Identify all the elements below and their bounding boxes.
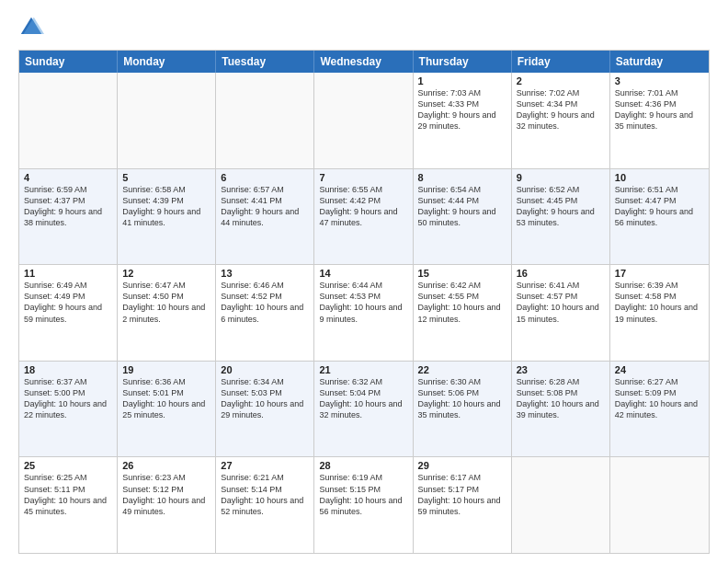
day-number: 9: [517, 172, 605, 183]
cal-cell: [19, 73, 118, 168]
day-number: 5: [122, 172, 210, 183]
cal-cell: 11Sunrise: 6:49 AM Sunset: 4:49 PM Dayli…: [19, 265, 118, 361]
cal-cell: 15Sunrise: 6:42 AM Sunset: 4:55 PM Dayli…: [414, 265, 512, 361]
day-number: 6: [221, 172, 309, 183]
day-number: 1: [418, 75, 506, 86]
day-info: Sunrise: 7:01 AM Sunset: 4:36 PM Dayligh…: [615, 87, 704, 132]
calendar-header: SundayMondayTuesdayWednesdayThursdayFrid…: [19, 51, 709, 73]
day-info: Sunrise: 6:39 AM Sunset: 4:58 PM Dayligh…: [615, 280, 704, 325]
day-number: 22: [418, 364, 506, 375]
day-number: 16: [517, 268, 605, 279]
day-info: Sunrise: 6:42 AM Sunset: 4:55 PM Dayligh…: [418, 280, 506, 325]
day-info: Sunrise: 6:28 AM Sunset: 5:08 PM Dayligh…: [517, 376, 605, 421]
cal-cell: 3Sunrise: 7:01 AM Sunset: 4:36 PM Daylig…: [610, 73, 709, 168]
day-number: 8: [418, 172, 506, 183]
cal-cell: 29Sunrise: 6:17 AM Sunset: 5:17 PM Dayli…: [414, 457, 512, 553]
cal-cell: 2Sunrise: 7:02 AM Sunset: 4:34 PM Daylig…: [512, 73, 610, 168]
cal-cell: 19Sunrise: 6:36 AM Sunset: 5:01 PM Dayli…: [118, 362, 216, 457]
header-cell-sunday: Sunday: [19, 51, 118, 73]
day-info: Sunrise: 6:41 AM Sunset: 4:57 PM Dayligh…: [517, 280, 605, 325]
day-info: Sunrise: 6:36 AM Sunset: 5:01 PM Dayligh…: [122, 376, 210, 421]
cal-row-4: 25Sunrise: 6:25 AM Sunset: 5:11 PM Dayli…: [19, 456, 709, 553]
cal-cell: 12Sunrise: 6:47 AM Sunset: 4:50 PM Dayli…: [118, 265, 216, 361]
day-number: 26: [122, 460, 210, 471]
header: [18, 15, 710, 40]
cal-cell: 7Sunrise: 6:55 AM Sunset: 4:42 PM Daylig…: [314, 169, 413, 265]
cal-cell: 16Sunrise: 6:41 AM Sunset: 4:57 PM Dayli…: [512, 265, 610, 361]
logo: [18, 15, 48, 40]
cal-cell: 6Sunrise: 6:57 AM Sunset: 4:41 PM Daylig…: [216, 169, 314, 265]
logo-icon: [18, 15, 44, 40]
cal-cell: 8Sunrise: 6:54 AM Sunset: 4:44 PM Daylig…: [414, 169, 512, 265]
day-info: Sunrise: 6:32 AM Sunset: 5:04 PM Dayligh…: [319, 376, 407, 421]
cal-cell: 27Sunrise: 6:21 AM Sunset: 5:14 PM Dayli…: [216, 457, 314, 553]
day-info: Sunrise: 6:25 AM Sunset: 5:11 PM Dayligh…: [24, 472, 112, 517]
cal-cell: 22Sunrise: 6:30 AM Sunset: 5:06 PM Dayli…: [414, 362, 512, 457]
day-number: 20: [221, 364, 309, 375]
day-info: Sunrise: 6:49 AM Sunset: 4:49 PM Dayligh…: [24, 280, 112, 325]
day-info: Sunrise: 6:44 AM Sunset: 4:53 PM Dayligh…: [319, 280, 407, 325]
cal-cell: 9Sunrise: 6:52 AM Sunset: 4:45 PM Daylig…: [512, 169, 610, 265]
day-info: Sunrise: 6:58 AM Sunset: 4:39 PM Dayligh…: [122, 184, 210, 229]
day-number: 11: [24, 268, 112, 279]
cal-cell: 21Sunrise: 6:32 AM Sunset: 5:04 PM Dayli…: [314, 362, 413, 457]
day-info: Sunrise: 6:21 AM Sunset: 5:14 PM Dayligh…: [221, 472, 309, 517]
day-info: Sunrise: 7:02 AM Sunset: 4:34 PM Dayligh…: [517, 87, 605, 132]
cal-cell: [216, 73, 314, 168]
header-cell-wednesday: Wednesday: [314, 51, 413, 73]
cal-cell: 10Sunrise: 6:51 AM Sunset: 4:47 PM Dayli…: [610, 169, 709, 265]
cal-cell: 5Sunrise: 6:58 AM Sunset: 4:39 PM Daylig…: [118, 169, 216, 265]
cal-cell: 1Sunrise: 7:03 AM Sunset: 4:33 PM Daylig…: [414, 73, 512, 168]
day-number: 25: [24, 460, 112, 471]
day-info: Sunrise: 6:47 AM Sunset: 4:50 PM Dayligh…: [122, 280, 210, 325]
calendar: SundayMondayTuesdayWednesdayThursdayFrid…: [18, 50, 710, 554]
cal-cell: 18Sunrise: 6:37 AM Sunset: 5:00 PM Dayli…: [19, 362, 118, 457]
day-number: 18: [24, 364, 112, 375]
cal-row-2: 11Sunrise: 6:49 AM Sunset: 4:49 PM Dayli…: [19, 264, 709, 361]
header-cell-friday: Friday: [512, 51, 610, 73]
day-number: 13: [221, 268, 309, 279]
day-number: 7: [319, 172, 407, 183]
day-number: 14: [319, 268, 407, 279]
day-number: 2: [517, 75, 605, 86]
day-number: 28: [319, 460, 407, 471]
day-info: Sunrise: 7:03 AM Sunset: 4:33 PM Dayligh…: [418, 87, 506, 132]
day-info: Sunrise: 6:23 AM Sunset: 5:12 PM Dayligh…: [122, 472, 210, 517]
cal-cell: 25Sunrise: 6:25 AM Sunset: 5:11 PM Dayli…: [19, 457, 118, 553]
day-info: Sunrise: 6:17 AM Sunset: 5:17 PM Dayligh…: [418, 472, 506, 517]
day-info: Sunrise: 6:55 AM Sunset: 4:42 PM Dayligh…: [319, 184, 407, 229]
cal-cell: 26Sunrise: 6:23 AM Sunset: 5:12 PM Dayli…: [118, 457, 216, 553]
cal-cell: 23Sunrise: 6:28 AM Sunset: 5:08 PM Dayli…: [512, 362, 610, 457]
cal-cell: 4Sunrise: 6:59 AM Sunset: 4:37 PM Daylig…: [19, 169, 118, 265]
header-cell-tuesday: Tuesday: [216, 51, 314, 73]
cal-cell: 20Sunrise: 6:34 AM Sunset: 5:03 PM Dayli…: [216, 362, 314, 457]
cal-cell: 17Sunrise: 6:39 AM Sunset: 4:58 PM Dayli…: [610, 265, 709, 361]
day-number: 12: [122, 268, 210, 279]
day-info: Sunrise: 6:59 AM Sunset: 4:37 PM Dayligh…: [24, 184, 112, 229]
day-number: 21: [319, 364, 407, 375]
header-cell-thursday: Thursday: [414, 51, 512, 73]
cal-cell: [314, 73, 413, 168]
day-info: Sunrise: 6:37 AM Sunset: 5:00 PM Dayligh…: [24, 376, 112, 421]
day-info: Sunrise: 6:27 AM Sunset: 5:09 PM Dayligh…: [615, 376, 704, 421]
cal-cell: 14Sunrise: 6:44 AM Sunset: 4:53 PM Dayli…: [314, 265, 413, 361]
day-info: Sunrise: 6:19 AM Sunset: 5:15 PM Dayligh…: [319, 472, 407, 517]
cal-cell: [118, 73, 216, 168]
day-info: Sunrise: 6:46 AM Sunset: 4:52 PM Dayligh…: [221, 280, 309, 325]
cal-cell: 28Sunrise: 6:19 AM Sunset: 5:15 PM Dayli…: [314, 457, 413, 553]
day-number: 3: [615, 75, 704, 86]
day-number: 10: [615, 172, 704, 183]
day-info: Sunrise: 6:30 AM Sunset: 5:06 PM Dayligh…: [418, 376, 506, 421]
cal-row-0: 1Sunrise: 7:03 AM Sunset: 4:33 PM Daylig…: [19, 73, 709, 168]
day-info: Sunrise: 6:52 AM Sunset: 4:45 PM Dayligh…: [517, 184, 605, 229]
header-cell-monday: Monday: [118, 51, 216, 73]
day-number: 29: [418, 460, 506, 471]
cal-cell: [610, 457, 709, 553]
cal-row-1: 4Sunrise: 6:59 AM Sunset: 4:37 PM Daylig…: [19, 168, 709, 265]
day-number: 4: [24, 172, 112, 183]
header-cell-saturday: Saturday: [610, 51, 709, 73]
page: SundayMondayTuesdayWednesdayThursdayFrid…: [0, 0, 728, 563]
day-number: 17: [615, 268, 704, 279]
cal-cell: 24Sunrise: 6:27 AM Sunset: 5:09 PM Dayli…: [610, 362, 709, 457]
day-number: 19: [122, 364, 210, 375]
